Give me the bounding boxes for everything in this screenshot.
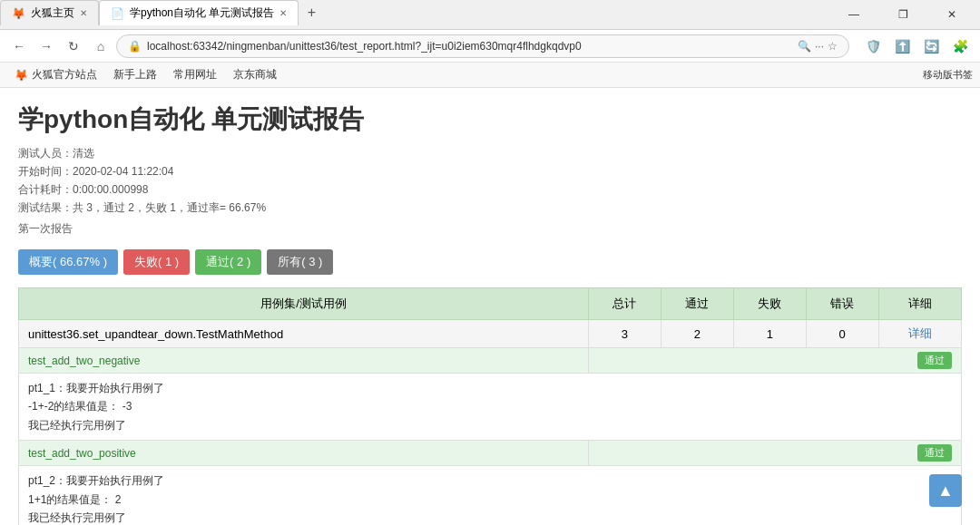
- output-line-1-0: pt1_1：我要开始执行用例了: [28, 379, 952, 397]
- new-tab-button[interactable]: +: [299, 0, 324, 25]
- bookmark-firefox[interactable]: 🦊 火狐官方站点: [7, 65, 104, 85]
- case-status-badge-2: 通过: [917, 444, 952, 462]
- report-name: 第一次报告: [18, 221, 962, 237]
- col-header-pass: 通过: [661, 288, 733, 320]
- bookmark-label-1: 火狐官方站点: [32, 67, 97, 83]
- bookmark-icon[interactable]: ☆: [828, 40, 838, 53]
- suite-fail: 1: [733, 320, 806, 348]
- case-output-1: pt1_1：我要开始执行用例了 -1+-2的结果值是： -3 我已经执行完用例了: [19, 374, 962, 441]
- suite-detail-link[interactable]: 详细: [878, 320, 961, 348]
- case-output-row-2: pt1_2：我要开始执行用例了 1+1的结果值是： 2 我已经执行完用例了: [19, 466, 962, 525]
- filter-bar: 概要( 66.67% ) 失败( 1 ) 通过( 2 ) 所有( 3 ): [18, 249, 962, 275]
- tab-favicon: 🦊: [12, 7, 25, 20]
- mobile-sign-label: 移动版书签: [923, 68, 973, 82]
- refresh-button[interactable]: ↻: [62, 34, 85, 58]
- output-line-2-2: 我已经执行完用例了: [28, 509, 952, 525]
- result-summary: 测试结果：共 3，通过 2，失败 1，通过率= 66.67%: [18, 200, 962, 216]
- case-row-1: test_add_two_negative 通过: [19, 348, 962, 374]
- forward-button[interactable]: →: [34, 34, 58, 58]
- page-title: 学python自动化 单元测试报告: [18, 102, 962, 137]
- output-line-2-0: pt1_2：我要开始执行用例了: [28, 472, 952, 490]
- tab-label-2: 学python自动化 单元测试报告: [130, 5, 274, 21]
- suite-row: unittest36.set_upandtear_down.TestMathMe…: [19, 320, 962, 348]
- page-content: 学python自动化 单元测试报告 测试人员：清选 开始时间：2020-02-0…: [0, 88, 980, 525]
- detail-anchor[interactable]: 详细: [908, 326, 932, 340]
- case-status-cell-2: 通过: [588, 441, 961, 466]
- suite-name: unittest36.set_upandtear_down.TestMathMe…: [19, 320, 589, 348]
- col-header-fail: 失败: [733, 288, 806, 320]
- sync-icon[interactable]: 🔄: [918, 34, 944, 59]
- filter-pass-button[interactable]: 通过( 2 ): [195, 249, 261, 275]
- extension-1[interactable]: 🛡️: [860, 34, 886, 59]
- tab-firefox-home[interactable]: 🦊 火狐主页 ✕: [0, 0, 99, 25]
- output-line-1-1: -1+-2的结果值是： -3: [28, 397, 952, 415]
- bookmark-label-4: 京东商城: [233, 67, 277, 83]
- tab-close-2[interactable]: ✕: [279, 8, 287, 18]
- col-header-suite: 用例集/测试用例: [19, 288, 589, 320]
- home-button[interactable]: ⌂: [89, 34, 113, 58]
- filter-summary-button[interactable]: 概要( 66.67% ): [18, 249, 118, 275]
- case-status-badge-1: 通过: [917, 352, 952, 369]
- filter-all-button[interactable]: 所有( 3 ): [267, 249, 333, 275]
- navigation-bar: ← → ↻ ⌂ 🔒 localhost:63342/ningmenban/uni…: [0, 30, 980, 63]
- suite-total: 3: [588, 320, 661, 348]
- window-controls: — ❐ ✕: [833, 0, 980, 29]
- start-time: 开始时间：2020-02-04 11:22:04: [18, 164, 962, 180]
- table-header-row: 用例集/测试用例 总计 通过 失败 错误 详细: [19, 288, 962, 320]
- bookmark-label-3: 常用网址: [173, 67, 217, 83]
- minimize-button[interactable]: —: [833, 0, 875, 29]
- search-icon[interactable]: 🔍: [798, 40, 811, 53]
- bookmark-jd[interactable]: 京东商城: [226, 65, 284, 85]
- bookmark-label-2: 新手上路: [113, 67, 157, 83]
- tester-info: 测试人员：清选: [18, 146, 962, 161]
- duration: 合计耗时：0:00:00.000998: [18, 182, 962, 198]
- maximize-button[interactable]: ❐: [882, 0, 924, 29]
- case-row-2: test_add_two_positive 通过: [19, 441, 962, 466]
- col-header-total: 总计: [588, 288, 661, 320]
- bookmark-icon-1: 🦊: [15, 69, 28, 82]
- security-icon: 🔒: [128, 40, 142, 53]
- close-button[interactable]: ✕: [931, 0, 973, 29]
- col-header-detail: 详细: [878, 288, 961, 320]
- address-icons: 🔍 ··· ☆: [798, 40, 838, 53]
- address-bar[interactable]: 🔒 localhost:63342/ningmenban/unittest36/…: [116, 34, 849, 58]
- output-line-1-2: 我已经执行完用例了: [28, 416, 952, 434]
- bookmark-sites[interactable]: 常用网址: [166, 65, 224, 85]
- output-line-2-1: 1+1的结果值是： 2: [28, 491, 952, 509]
- tab-section: 🦊 火狐主页 ✕ 📄 学python自动化 单元测试报告 ✕ +: [0, 0, 833, 29]
- extension-2[interactable]: ⬆️: [889, 34, 915, 59]
- menu-icon[interactable]: ···: [815, 40, 824, 53]
- case-output-2: pt1_2：我要开始执行用例了 1+1的结果值是： 2 我已经执行完用例了: [19, 466, 962, 525]
- case-status-cell-1: 通过: [588, 348, 961, 374]
- back-button[interactable]: ←: [7, 34, 31, 58]
- suite-pass: 2: [661, 320, 733, 348]
- suite-error: 0: [806, 320, 878, 348]
- tab-close-1[interactable]: ✕: [80, 8, 87, 18]
- address-text: localhost:63342/ningmenban/unittest36/te…: [147, 40, 792, 53]
- case-name-1: test_add_two_negative: [19, 348, 589, 374]
- case-output-row-1: pt1_1：我要开始执行用例了 -1+-2的结果值是： -3 我已经执行完用例了: [19, 374, 962, 441]
- bookmarks-bar: 🦊 火狐官方站点 新手上路 常用网址 京东商城 移动版书签: [0, 63, 980, 88]
- addon-icon[interactable]: 🧩: [947, 34, 973, 59]
- scroll-to-top-button[interactable]: ▲: [929, 474, 962, 507]
- filter-fail-button[interactable]: 失败( 1 ): [123, 249, 190, 275]
- title-bar: 🦊 火狐主页 ✕ 📄 学python自动化 单元测试报告 ✕ + — ❐ ✕: [0, 0, 980, 30]
- tab-label-1: 火狐主页: [31, 5, 74, 21]
- extension-icons: 🛡️ ⬆️ 🔄 🧩: [860, 34, 973, 59]
- bookmark-newbie[interactable]: 新手上路: [106, 65, 164, 85]
- tab-test-report[interactable]: 📄 学python自动化 单元测试报告 ✕: [99, 0, 299, 25]
- test-results-table: 用例集/测试用例 总计 通过 失败 错误 详细 unittest36.set_u…: [18, 287, 962, 525]
- tab-favicon-2: 📄: [111, 7, 124, 20]
- case-name-2: test_add_two_positive: [19, 441, 589, 466]
- col-header-error: 错误: [806, 288, 878, 320]
- mobile-bookmark: 移动版书签: [923, 68, 973, 82]
